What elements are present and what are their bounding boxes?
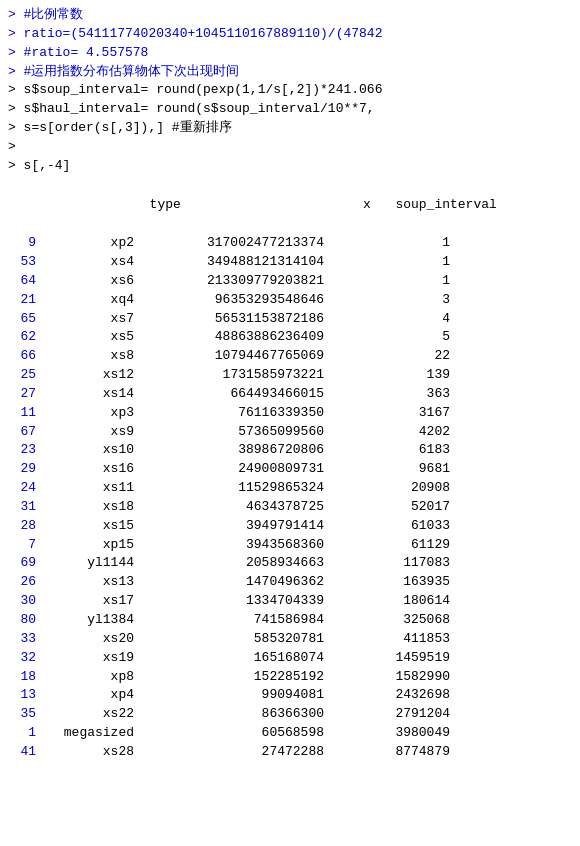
row-soup: 61033 xyxy=(330,517,450,536)
row-x: 664493466015 xyxy=(140,385,330,404)
table-row: 29xs16249008097319681 xyxy=(8,460,572,479)
row-soup: 9681 xyxy=(330,460,450,479)
table-row: 65xs7565311538721864 xyxy=(8,310,572,329)
table-row: 27xs14664493466015363 xyxy=(8,385,572,404)
table-row: 64xs62133097792038211 xyxy=(8,272,572,291)
row-soup: 8774879 xyxy=(330,743,450,762)
row-soup: 52017 xyxy=(330,498,450,517)
row-type: xp3 xyxy=(40,404,140,423)
row-num: 33 xyxy=(8,630,40,649)
row-x: 1334704339 xyxy=(140,592,330,611)
row-x: 317002477213374 xyxy=(140,234,330,253)
row-soup: 2432698 xyxy=(330,686,450,705)
row-num: 18 xyxy=(8,668,40,687)
console: > #比例常数 > ratio=(54111774020340+10451101… xyxy=(0,0,580,846)
row-soup: 3980049 xyxy=(330,724,450,743)
row-x: 3949791414 xyxy=(140,517,330,536)
row-soup: 61129 xyxy=(330,536,450,555)
row-x: 4634378725 xyxy=(140,498,330,517)
row-type: xs18 xyxy=(40,498,140,517)
row-type: xp15 xyxy=(40,536,140,555)
row-soup: 2791204 xyxy=(330,705,450,724)
row-num: 26 xyxy=(8,573,40,592)
data-table: typexsoup_interval 9xp231700247721337415… xyxy=(8,178,572,762)
row-x: 152285192 xyxy=(140,668,330,687)
code-2: > ratio=(54111774020340+1045110167889110… xyxy=(8,25,382,44)
row-type: yl1144 xyxy=(40,554,140,573)
row-soup: 1459519 xyxy=(330,649,450,668)
code-line-8: > xyxy=(8,138,572,157)
table-row: 80yl1384741586984325068 xyxy=(8,611,572,630)
row-num: 7 xyxy=(8,536,40,555)
row-soup: 4202 xyxy=(330,423,450,442)
row-soup: 1582990 xyxy=(330,668,450,687)
table-row: 67xs9573650995604202 xyxy=(8,423,572,442)
row-soup: 117083 xyxy=(330,554,450,573)
table-row: 33xs20585320781411853 xyxy=(8,630,572,649)
row-num: 1 xyxy=(8,724,40,743)
row-type: xs28 xyxy=(40,743,140,762)
row-x: 1470496362 xyxy=(140,573,330,592)
table-row: 1megasized605685983980049 xyxy=(8,724,572,743)
code-line-5: > s$soup_interval= round(pexp(1,1/s[,2])… xyxy=(8,81,572,100)
row-type: xs10 xyxy=(40,441,140,460)
row-num: 65 xyxy=(8,310,40,329)
code-line-9: > s[,-4] xyxy=(8,157,572,176)
row-x: 165168074 xyxy=(140,649,330,668)
row-soup: 1 xyxy=(330,253,450,272)
row-soup: 363 xyxy=(330,385,450,404)
row-soup: 6183 xyxy=(330,441,450,460)
row-x: 585320781 xyxy=(140,630,330,649)
row-type: xs6 xyxy=(40,272,140,291)
table-body: 9xp2317002477213374153xs4349488121314104… xyxy=(8,234,572,762)
row-type: xs7 xyxy=(40,310,140,329)
row-num: 9 xyxy=(8,234,40,253)
row-num: 80 xyxy=(8,611,40,630)
code-line-7: > s=s[order(s[,3]),] #重新排序 xyxy=(8,119,572,138)
row-soup: 1 xyxy=(330,272,450,291)
row-x: 3943568360 xyxy=(140,536,330,555)
comment-1: > #比例常数 xyxy=(8,6,83,25)
row-num: 25 xyxy=(8,366,40,385)
row-num: 28 xyxy=(8,517,40,536)
result-3: > #ratio= 4.557578 xyxy=(8,44,148,63)
table-row: 13xp4990940812432698 xyxy=(8,686,572,705)
row-type: yl1384 xyxy=(40,611,140,630)
row-type: xs12 xyxy=(40,366,140,385)
row-num: 24 xyxy=(8,479,40,498)
col-header-x: x xyxy=(187,196,377,215)
row-type: xs11 xyxy=(40,479,140,498)
code-line-1: > #比例常数 xyxy=(8,6,572,25)
row-type: xs20 xyxy=(40,630,140,649)
row-num: 64 xyxy=(8,272,40,291)
row-num: 21 xyxy=(8,291,40,310)
row-num: 13 xyxy=(8,686,40,705)
row-num: 67 xyxy=(8,423,40,442)
row-type: xs17 xyxy=(40,592,140,611)
row-num: 30 xyxy=(8,592,40,611)
row-soup: 4 xyxy=(330,310,450,329)
row-x: 96353293548646 xyxy=(140,291,330,310)
col-header-soup: soup_interval xyxy=(377,196,497,215)
row-num: 31 xyxy=(8,498,40,517)
row-x: 2058934663 xyxy=(140,554,330,573)
row-num: 35 xyxy=(8,705,40,724)
col-header-type: type xyxy=(87,196,187,215)
row-x: 27472288 xyxy=(140,743,330,762)
table-row: 41xs28274722888774879 xyxy=(8,743,572,762)
row-x: 10794467765069 xyxy=(140,347,330,366)
row-soup: 411853 xyxy=(330,630,450,649)
table-row: 28xs15394979141461033 xyxy=(8,517,572,536)
comment-4: > #运用指数分布估算物体下次出现时间 xyxy=(8,63,239,82)
table-row: 69yl11442058934663117083 xyxy=(8,554,572,573)
table-row: 53xs43494881213141041 xyxy=(8,253,572,272)
table-row: 35xs22863663002791204 xyxy=(8,705,572,724)
table-row: 24xs111152986532420908 xyxy=(8,479,572,498)
code-line-4: > #运用指数分布估算物体下次出现时间 xyxy=(8,63,572,82)
row-type: xs9 xyxy=(40,423,140,442)
row-num: 62 xyxy=(8,328,40,347)
row-num: 23 xyxy=(8,441,40,460)
table-row: 32xs191651680741459519 xyxy=(8,649,572,668)
row-num: 41 xyxy=(8,743,40,762)
row-soup: 325068 xyxy=(330,611,450,630)
